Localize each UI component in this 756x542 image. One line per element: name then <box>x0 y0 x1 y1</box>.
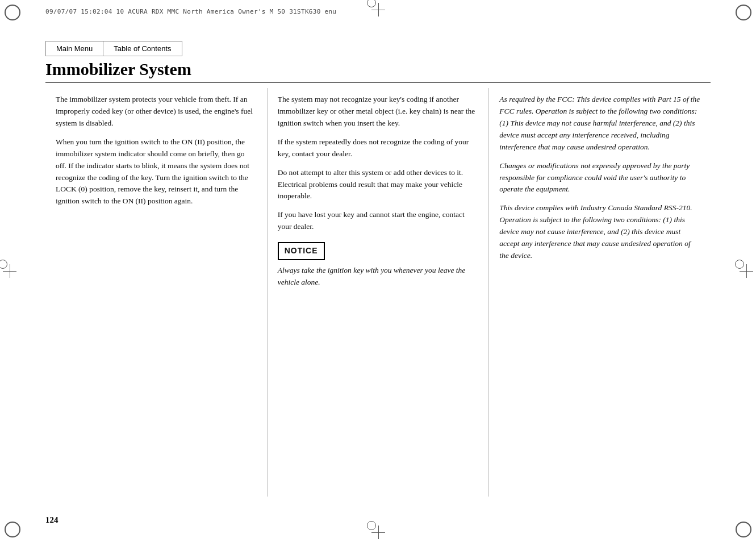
notice-label: NOTICE <box>285 246 318 255</box>
crosshair-bottom <box>371 526 385 539</box>
col3-p3: This device complies with Industry Canad… <box>499 202 700 262</box>
column-3: As required by the FCC: This device comp… <box>489 88 711 497</box>
main-menu-button[interactable]: Main Menu <box>45 41 103 56</box>
col2-p3: Do not attempt to alter this system or a… <box>278 167 479 203</box>
col1-p2: When you turn the ignition switch to the… <box>56 136 257 208</box>
col1-p1: The immobilizer system protects your veh… <box>56 94 257 130</box>
notice-container: NOTICE Always take the ignition key with… <box>278 240 479 289</box>
corner-mark-tr <box>736 5 751 20</box>
col3-p1: As required by the FCC: This device comp… <box>499 94 700 153</box>
corner-mark-tl <box>5 5 20 20</box>
crosshair-right <box>740 264 753 278</box>
column-1: The immobilizer system protects your veh… <box>45 88 268 497</box>
toc-button[interactable]: Table of Contents <box>103 41 182 56</box>
crosshair-left <box>3 264 16 278</box>
col2-p2: If the system repeatedly does not recogn… <box>278 136 479 160</box>
content-area: The immobilizer system protects your veh… <box>45 88 711 497</box>
col2-p1: The system may not recognize your key's … <box>278 94 479 130</box>
notice-box: NOTICE <box>278 242 325 260</box>
page-number: 124 <box>45 515 59 525</box>
corner-mark-bl <box>5 522 20 537</box>
print-info: 09/07/07 15:02:04 10 ACURA RDX MMC North… <box>45 8 336 15</box>
page-title-area: Immobilizer System <box>45 60 711 83</box>
corner-mark-br <box>736 522 751 537</box>
page-title: Immobilizer System <box>45 60 711 79</box>
notice-text: Always take the ignition key with you wh… <box>278 265 479 289</box>
col3-p2: Changes or modifications not expressly a… <box>499 160 700 196</box>
column-2: The system may not recognize your key's … <box>268 88 490 497</box>
crosshair-top <box>371 3 385 16</box>
col2-p4: If you have lost your key and cannot sta… <box>278 209 479 233</box>
nav-buttons: Main Menu Table of Contents <box>45 41 182 56</box>
